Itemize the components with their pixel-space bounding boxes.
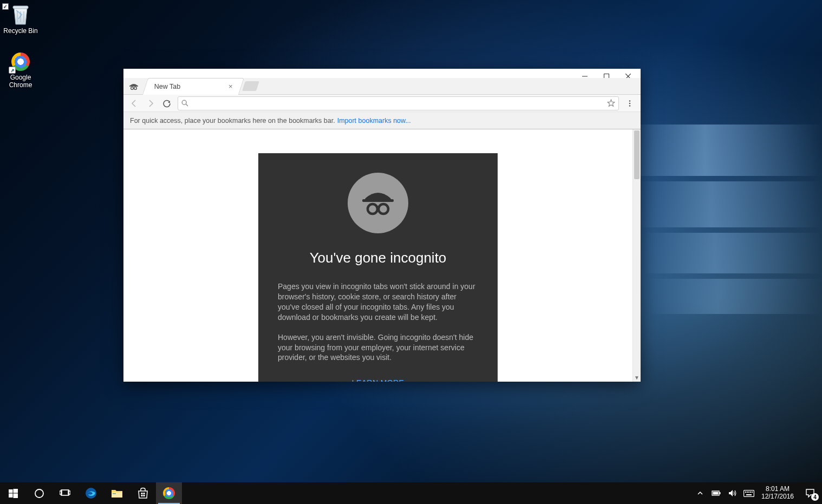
- svg-rect-40: [752, 492, 753, 493]
- scrollbar-thumb[interactable]: [634, 130, 640, 179]
- incognito-heading: You've gone incognito: [278, 248, 478, 267]
- clock-date: 12/17/2016: [761, 493, 794, 501]
- svg-rect-35: [744, 490, 754, 496]
- import-bookmarks-link[interactable]: Import bookmarks now...: [337, 117, 411, 125]
- new-tab-button[interactable]: [242, 81, 259, 91]
- omnibox-input[interactable]: [192, 97, 604, 109]
- start-button[interactable]: [0, 482, 26, 504]
- taskbar-app-store[interactable]: [130, 482, 156, 504]
- learn-more-link[interactable]: LEARN MORE: [278, 378, 478, 382]
- incognito-badge-icon: [128, 81, 140, 93]
- browser-tab[interactable]: New Tab ×: [142, 78, 244, 95]
- svg-rect-26: [112, 492, 122, 498]
- action-center-button[interactable]: 4: [798, 482, 822, 504]
- tray-keyboard-icon[interactable]: [741, 490, 757, 497]
- bookmarks-bar: For quick access, place your bookmarks h…: [123, 112, 641, 129]
- svg-point-16: [379, 204, 388, 214]
- svg-rect-41: [746, 494, 752, 495]
- svg-point-11: [629, 100, 631, 102]
- taskbar-app-chrome[interactable]: [156, 482, 182, 504]
- tab-title: New Tab: [154, 83, 180, 90]
- shortcut-arrow-icon: ↗: [9, 67, 16, 74]
- svg-rect-22: [61, 490, 69, 495]
- svg-point-9: [182, 100, 186, 104]
- svg-rect-17: [9, 489, 13, 493]
- chrome-icon: ↗: [9, 50, 32, 74]
- incognito-card: You've gone incognito Pages you view in …: [258, 153, 498, 382]
- desktop-icon-google-chrome[interactable]: ↗ Google Chrome: [0, 50, 41, 89]
- reload-button[interactable]: [159, 96, 174, 111]
- taskbar-app-edge[interactable]: [78, 482, 104, 504]
- svg-rect-29: [143, 493, 145, 494]
- taskbar-clock[interactable]: 8:01 AM 12/17/2016: [757, 482, 798, 504]
- incognito-paragraph: Pages you view in incognito tabs won't s…: [278, 282, 478, 323]
- svg-rect-37: [747, 492, 748, 493]
- chrome-icon: [163, 487, 175, 499]
- task-view-button[interactable]: [52, 482, 78, 504]
- svg-rect-38: [748, 492, 749, 493]
- svg-rect-31: [143, 495, 145, 496]
- menu-button[interactable]: [622, 96, 637, 111]
- svg-rect-39: [750, 492, 751, 493]
- svg-rect-5: [129, 86, 138, 87]
- bookmark-star-icon[interactable]: [607, 99, 615, 107]
- svg-rect-19: [9, 493, 13, 498]
- svg-point-6: [131, 87, 134, 90]
- svg-point-21: [35, 489, 43, 498]
- notification-badge: 4: [811, 493, 819, 501]
- desktop-icon-recycle-bin[interactable]: ✓ Recycle Bin: [0, 3, 41, 35]
- bookmarks-hint: For quick access, place your bookmarks h…: [130, 117, 335, 125]
- vertical-scrollbar[interactable]: ▲ ▼: [632, 129, 641, 382]
- svg-rect-34: [713, 492, 719, 495]
- tray-chevron-up-icon[interactable]: [692, 490, 708, 496]
- wallpaper-streak: [649, 279, 822, 314]
- svg-rect-36: [745, 492, 746, 493]
- taskbar-app-file-explorer[interactable]: [104, 482, 130, 504]
- desktop-icon-label: Recycle Bin: [3, 27, 37, 35]
- page-viewport: You've gone incognito Pages you view in …: [123, 129, 641, 382]
- tray-battery-icon[interactable]: [708, 490, 725, 496]
- wallpaper-streak: [627, 125, 822, 176]
- wallpaper-streak: [643, 233, 822, 273]
- svg-point-15: [368, 204, 377, 214]
- recycle-bin-icon: ✓: [9, 3, 32, 27]
- clock-time: 8:01 AM: [766, 486, 790, 493]
- forward-button[interactable]: [143, 96, 158, 111]
- tab-close-button[interactable]: ×: [227, 83, 234, 90]
- svg-rect-27: [113, 493, 116, 494]
- search-icon: [181, 100, 188, 107]
- scrollbar-down-arrow[interactable]: ▼: [633, 374, 641, 382]
- incognito-hero-icon: [278, 173, 478, 233]
- omnibox[interactable]: [178, 96, 619, 110]
- svg-rect-33: [720, 492, 721, 494]
- svg-rect-24: [68, 491, 70, 494]
- svg-rect-20: [13, 493, 18, 498]
- desktop-wallpaper[interactable]: ✓ Recycle Bin ↗ Google Chrome: [0, 0, 822, 504]
- svg-point-13: [629, 105, 631, 107]
- svg-rect-18: [13, 489, 18, 493]
- svg-line-10: [186, 104, 188, 106]
- tab-strip: New Tab ×: [123, 78, 641, 95]
- chrome-window: New Tab ×: [123, 69, 641, 382]
- taskbar: 8:01 AM 12/17/2016 4: [0, 482, 822, 504]
- back-button[interactable]: [127, 96, 142, 111]
- wallpaper-streak: [638, 181, 822, 227]
- cortana-button[interactable]: [26, 482, 52, 504]
- svg-rect-30: [141, 495, 143, 496]
- svg-rect-28: [141, 493, 143, 494]
- svg-rect-14: [362, 199, 394, 202]
- desktop-icon-label: Google Chrome: [0, 74, 41, 89]
- svg-rect-23: [60, 491, 62, 494]
- svg-point-12: [629, 102, 631, 104]
- browser-toolbar: [123, 95, 641, 112]
- svg-point-7: [134, 87, 137, 90]
- system-tray: [692, 482, 757, 504]
- taskbar-spacer: [182, 482, 692, 504]
- incognito-paragraph: However, you aren't invisible. Going inc…: [278, 332, 478, 363]
- tray-volume-icon[interactable]: [725, 489, 741, 497]
- svg-rect-0: [13, 6, 28, 9]
